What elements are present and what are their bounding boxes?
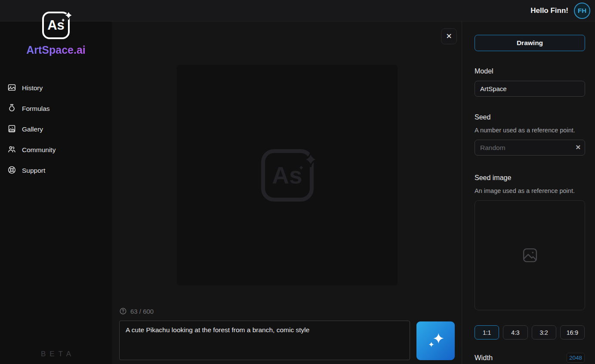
sidebar-item-support[interactable]: Support — [0, 160, 112, 181]
aspect-1-1-button[interactable]: 1:1 — [475, 325, 499, 340]
char-counter: 63 / 600 — [130, 308, 154, 315]
seed-image-dropzone[interactable] — [475, 200, 585, 310]
close-icon: ✕ — [446, 32, 452, 41]
photo-icon — [7, 83, 16, 94]
seed-description: A number used as a reference point. — [475, 127, 585, 134]
logo-monogram: As — [42, 12, 70, 39]
width-label: Width — [475, 354, 493, 362]
brand-logo[interactable]: As ArtSpace.ai — [0, 12, 112, 56]
help-icon[interactable] — [119, 307, 127, 315]
prompt-input[interactable]: A cute Pikachu looking at the forest fro… — [119, 321, 410, 360]
sidebar-item-gallery[interactable]: Gallery — [0, 119, 112, 140]
seed-input[interactable] — [475, 140, 585, 156]
model-selected-value: ArtSpace — [480, 85, 507, 92]
sparkle-icon — [297, 145, 319, 190]
sidebar-item-community[interactable]: Community — [0, 140, 112, 160]
sidebar-item-label: Support — [22, 167, 45, 174]
prompt-counter-row: 63 / 600 — [119, 307, 154, 315]
sidebar-item-history[interactable]: History — [0, 78, 112, 98]
aspect-4-3-button[interactable]: 4:3 — [503, 325, 527, 340]
seed-label: Seed — [475, 113, 585, 121]
sparkle-icon — [61, 9, 74, 33]
width-value[interactable]: 2048 — [567, 353, 585, 363]
artspace-app: Hello Finn! FH History Formulas Gallery … — [0, 0, 595, 364]
sidebar-item-label: Formulas — [22, 105, 50, 113]
aspect-16-9-button[interactable]: 16:9 — [560, 325, 585, 340]
mode-drawing-button[interactable]: Drawing — [475, 35, 585, 51]
settings-panel: Drawing Model ArtSpace Seed A number use… — [462, 21, 595, 364]
sidebar-item-label: History — [22, 84, 43, 92]
seed-image-description: An image used as a reference point. — [475, 187, 585, 194]
sidebar-item-label: Gallery — [22, 125, 43, 133]
width-row: Width 2048 — [475, 353, 585, 363]
beta-badge: BETA — [0, 350, 112, 358]
generate-button[interactable] — [416, 321, 455, 360]
sidebar-nav: History Formulas Gallery Community Suppo… — [0, 78, 112, 181]
canvas-watermark-logo: As — [261, 149, 314, 202]
aspect-3-2-button[interactable]: 3:2 — [532, 325, 556, 340]
aspect-ratio-group: 1:1 4:3 3:2 16:9 — [475, 325, 585, 340]
sparkles-icon — [426, 331, 446, 351]
clear-seed-icon[interactable]: ✕ — [575, 143, 581, 152]
brand-name: ArtSpace.ai — [0, 44, 112, 56]
sidebar-item-formulas[interactable]: Formulas — [0, 98, 112, 119]
people-icon — [7, 145, 16, 156]
greeting-text: Hello Finn! — [530, 6, 568, 15]
sidebar-item-label: Community — [22, 146, 55, 154]
gallery-book-icon — [7, 124, 16, 135]
user-avatar[interactable]: FH — [574, 3, 590, 19]
lifebuoy-icon — [7, 165, 16, 176]
generation-canvas: As — [177, 65, 398, 285]
model-label: Model — [475, 67, 585, 75]
flask-icon — [7, 104, 16, 114]
image-placeholder-icon — [521, 246, 539, 264]
close-button[interactable]: ✕ — [441, 28, 457, 44]
seed-image-label: Seed image — [475, 174, 585, 182]
sidebar: History Formulas Gallery Community Suppo… — [0, 21, 112, 364]
seed-input-wrap: ✕ — [475, 140, 585, 156]
model-select[interactable]: ArtSpace — [475, 81, 585, 97]
